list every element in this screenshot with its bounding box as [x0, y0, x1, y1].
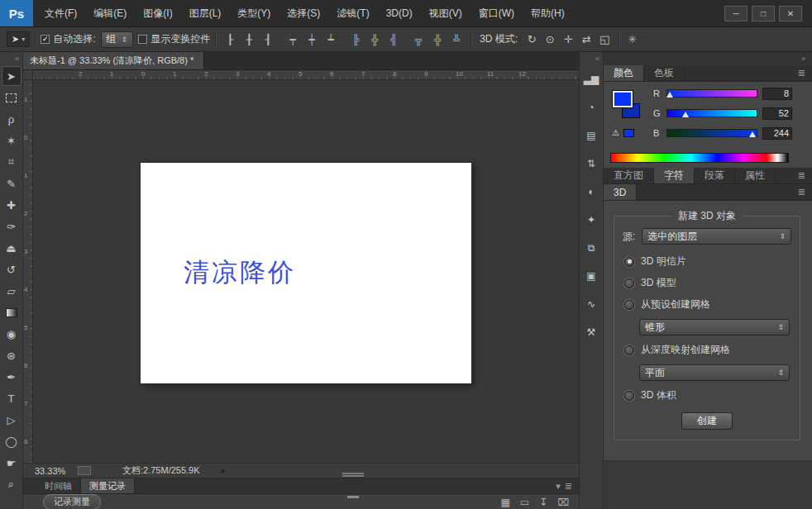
- auto-select-target-dropdown[interactable]: 组 ⇕: [101, 31, 134, 48]
- path-selection-tool[interactable]: ▷: [2, 410, 21, 430]
- histogram-panel-icon[interactable]: ▃▆: [581, 69, 601, 89]
- align-edges-button-2[interactable]: ╂: [240, 31, 258, 48]
- channel-slider-B[interactable]: [666, 129, 757, 137]
- eraser-tool[interactable]: ▱: [2, 281, 21, 301]
- channel-value-G[interactable]: 52: [762, 107, 792, 120]
- option-3d-model-radio[interactable]: [624, 278, 634, 288]
- healing-brush-tool[interactable]: ✚: [2, 195, 21, 215]
- distribute-horizontal-button-1[interactable]: ╦: [409, 31, 427, 48]
- option-mesh-from-preset-radio[interactable]: [624, 300, 634, 310]
- hand-tool[interactable]: ☛: [2, 453, 21, 473]
- panel-group-menu-icon[interactable]: ≣: [791, 168, 812, 183]
- collapse-toolbox-icon[interactable]: »: [0, 52, 22, 65]
- adjustments-panel-icon[interactable]: ◐: [581, 182, 601, 202]
- channel-slider-thumb-R[interactable]: [666, 92, 673, 98]
- 3d-axis-icon[interactable]: ✳: [628, 33, 637, 45]
- left-ruler[interactable]: 1012345678: [23, 80, 33, 463]
- document-tab[interactable]: 未标题-1 @ 33.33% (清凉降价, RGB/8) *: [23, 52, 204, 69]
- color-spectrum-bar[interactable]: [610, 153, 789, 163]
- measurement-log-menu-icon[interactable]: ≣: [565, 481, 572, 492]
- move-tool[interactable]: ➤: [2, 66, 21, 86]
- menu-file[interactable]: 文件(F): [36, 0, 85, 26]
- ruler-tool-icon[interactable]: ▭: [520, 497, 529, 508]
- 3d-slide-icon[interactable]: ⇄: [577, 31, 595, 48]
- channel-value-R[interactable]: 8: [762, 88, 792, 100]
- tab-3d[interactable]: 3D: [604, 184, 637, 200]
- option-mesh-from-depth-map[interactable]: 从深度映射创建网格: [624, 343, 790, 357]
- checkbox-box[interactable]: [138, 35, 147, 44]
- preset-shape-dropdown[interactable]: 锥形⇕: [639, 319, 790, 335]
- channel-slider-G[interactable]: [666, 109, 757, 117]
- canvas[interactable]: 清凉降价: [141, 163, 471, 383]
- delete-measurements-icon[interactable]: ⌧: [557, 497, 569, 508]
- menu-image[interactable]: 图像(I): [135, 0, 180, 26]
- current-tool-badge[interactable]: ➤ ▾: [7, 31, 30, 47]
- panel-resize-grip[interactable]: [347, 496, 359, 498]
- show-transform-checkbox[interactable]: 显示变换控件: [138, 32, 210, 46]
- option-3d-volume[interactable]: 3D 体积: [624, 388, 790, 402]
- gradient-tool[interactable]: [2, 302, 21, 322]
- checkbox-box[interactable]: ✓: [41, 35, 50, 44]
- status-preview-icon[interactable]: [78, 466, 91, 475]
- tab-measurement-log[interactable]: 测量记录: [81, 478, 135, 493]
- channel-value-B[interactable]: 244: [762, 127, 792, 140]
- ellipse-tool[interactable]: ◯: [2, 431, 21, 451]
- blur-tool[interactable]: ◉: [2, 324, 21, 344]
- actions-panel-icon[interactable]: ⇅: [581, 154, 601, 174]
- crop-tool[interactable]: ⌗: [2, 152, 21, 172]
- expand-panels-icon[interactable]: «: [580, 52, 603, 65]
- depth-map-dropdown[interactable]: 平面⇕: [639, 364, 790, 381]
- paths-panel-icon[interactable]: ∿: [581, 294, 601, 314]
- menu-view[interactable]: 视图(V): [421, 0, 470, 26]
- brush-tool[interactable]: ✑: [2, 216, 21, 236]
- source-dropdown[interactable]: 选中的图层 ⇕: [642, 228, 791, 245]
- minimize-button[interactable]: ─: [724, 6, 748, 21]
- export-measurements-icon[interactable]: ↧: [539, 497, 547, 508]
- chevron-down-icon[interactable]: ▾: [556, 481, 561, 492]
- distribute-vertical-button-2[interactable]: ╬: [365, 31, 384, 48]
- option-3d-model[interactable]: 3D 模型: [624, 276, 790, 290]
- 3d-scale-icon[interactable]: ◱: [595, 31, 614, 48]
- maximize-button[interactable]: □: [752, 6, 775, 21]
- align-centers-button-3[interactable]: ┷: [322, 31, 340, 48]
- menu-layer[interactable]: 图层(L): [181, 0, 230, 26]
- menu-edit[interactable]: 编辑(E): [85, 0, 135, 26]
- magic-wand-tool[interactable]: ✶: [2, 131, 21, 150]
- auto-select-checkbox[interactable]: ✓ 自动选择:: [41, 32, 95, 46]
- info-panel-icon[interactable]: ▤: [581, 126, 601, 145]
- 3d-drag-icon[interactable]: ✛: [559, 31, 577, 48]
- record-measurements-button[interactable]: 记录测量: [43, 494, 101, 509]
- tab-paragraph[interactable]: 段落: [695, 168, 735, 183]
- tab-timeline[interactable]: 时间轴: [36, 478, 81, 493]
- 3d-panel-menu-icon[interactable]: ≣: [791, 184, 812, 200]
- pen-tool[interactable]: ✒: [2, 367, 21, 387]
- eyedropper-tool[interactable]: ✎: [2, 174, 21, 193]
- menu-type[interactable]: 类型(Y): [229, 0, 279, 26]
- lasso-tool[interactable]: ρ: [2, 109, 21, 129]
- option-3d-volume-radio[interactable]: [624, 391, 634, 401]
- status-menu-arrow-icon[interactable]: ►: [220, 466, 228, 475]
- distribute-horizontal-button-3[interactable]: ╩: [447, 31, 466, 48]
- align-edges-button-3[interactable]: ┨: [259, 31, 277, 48]
- rectangular-marquee-tool[interactable]: [2, 88, 21, 107]
- channel-slider-R[interactable]: [666, 89, 757, 98]
- top-ruler[interactable]: 210123456789101112: [33, 70, 579, 80]
- align-edges-button-1[interactable]: ┠: [221, 31, 239, 48]
- layers-panel-icon[interactable]: ⧉: [581, 238, 601, 258]
- select-measurements-icon[interactable]: ▦: [500, 497, 509, 508]
- channel-slider-thumb-G[interactable]: [682, 112, 689, 117]
- menu-window[interactable]: 窗口(W): [470, 0, 523, 26]
- zoom-tool[interactable]: ⌕: [2, 474, 21, 494]
- history-brush-tool[interactable]: ↺: [2, 259, 21, 279]
- channels-panel-icon[interactable]: ▣: [581, 266, 601, 286]
- tool-presets-panel-icon[interactable]: ⚒: [581, 322, 601, 342]
- distribute-vertical-button-1[interactable]: ╠: [346, 31, 365, 48]
- distribute-vertical-button-3[interactable]: ╣: [385, 31, 403, 48]
- color-panel-menu-icon[interactable]: ≣: [791, 65, 812, 81]
- tab-character[interactable]: 字符: [654, 168, 695, 183]
- menu-3d[interactable]: 3D(D): [378, 0, 421, 26]
- panel-resize-grip[interactable]: [342, 473, 364, 474]
- styles-panel-icon[interactable]: ✦: [581, 210, 601, 230]
- clone-stamp-tool[interactable]: ⏏: [2, 238, 21, 258]
- collapse-dock-icon[interactable]: »: [801, 55, 805, 63]
